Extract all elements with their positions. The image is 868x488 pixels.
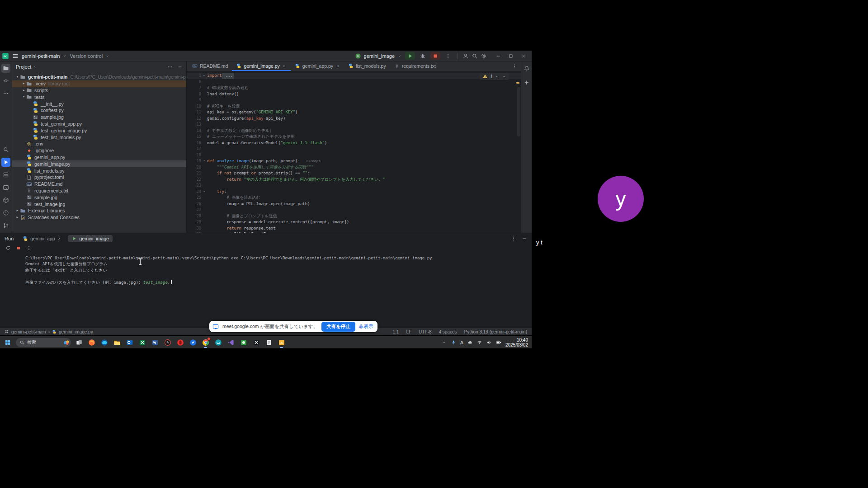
tree-item[interactable]: list_models.py: [12, 167, 186, 174]
tree-item[interactable]: requirements.txt: [12, 188, 186, 194]
close-tab-icon[interactable]: [57, 236, 61, 241]
more-icon[interactable]: [511, 236, 516, 241]
tree-item[interactable]: __init__.py: [12, 100, 186, 107]
x-app-taskbar-button[interactable]: [251, 338, 261, 347]
user-icon[interactable]: [462, 53, 469, 59]
tool-windows-icon[interactable]: [5, 329, 9, 334]
notepad-taskbar-button[interactable]: [264, 338, 274, 347]
cloud-icon[interactable]: [467, 340, 473, 345]
debug-button[interactable]: [418, 52, 428, 60]
code-line[interactable]: 9: [187, 97, 521, 103]
console-line[interactable]: [25, 273, 532, 279]
tool-strip-commit[interactable]: [1, 76, 10, 85]
green-app-taskbar-button[interactable]: [239, 338, 248, 347]
more-console-button[interactable]: [26, 245, 32, 252]
run-button[interactable]: [405, 52, 415, 60]
status-widget[interactable]: UTF-8: [419, 329, 431, 334]
tree-chevron-icon[interactable]: ▾: [21, 94, 26, 100]
code-line[interactable]: 20 """Gemini APIを使用して画像を分析する関数""": [187, 164, 521, 171]
tree-item[interactable]: ▸scripts: [12, 87, 186, 94]
tree-chevron-icon[interactable]: ▸: [21, 87, 26, 94]
console-line[interactable]: 終了するには 'exit' と入力してください: [25, 267, 532, 273]
start-button[interactable]: [3, 338, 13, 347]
edge-taskbar-button[interactable]: [99, 338, 109, 347]
status-widget[interactable]: Python 3.13 (gemini-petit-main): [464, 329, 527, 334]
project-name[interactable]: gemini-petit-main: [22, 53, 60, 59]
tree-chevron-icon[interactable]: ▾: [15, 74, 20, 80]
ime-indicator[interactable]: A: [460, 340, 463, 345]
minimize-icon[interactable]: [177, 64, 183, 70]
outlook-taskbar-button[interactable]: [125, 338, 134, 347]
code-line[interactable]: 21 if not prompt or prompt.strip() == ""…: [187, 170, 521, 177]
tree-item[interactable]: ▸External Libraries: [12, 207, 186, 214]
editor-tab-README.md[interactable]: README.md: [188, 61, 232, 71]
search-icon[interactable]: [472, 53, 478, 59]
tool-strip-problems[interactable]: [1, 208, 10, 217]
code-line[interactable]: 12genai.configure(api_key=api_key): [187, 116, 521, 122]
stop-button[interactable]: [430, 52, 440, 60]
tool-strip-packages[interactable]: [1, 196, 10, 205]
code-line[interactable]: 31 except FileNotFoundError:: [187, 231, 521, 233]
photos-taskbar-button[interactable]: [277, 338, 286, 347]
close-tab-icon[interactable]: [282, 64, 287, 68]
tree-item[interactable]: sample.jpg: [12, 194, 186, 201]
close-tab-icon[interactable]: [335, 64, 340, 68]
vcs-widget[interactable]: Version control: [70, 53, 110, 59]
tool-strip-project[interactable]: [1, 64, 10, 73]
code-line[interactable]: 24▾ try:: [187, 189, 521, 195]
breadcrumb-file[interactable]: gemini_image.py: [59, 329, 93, 334]
editor-tab-list_models.py[interactable]: list_models.py: [344, 61, 390, 71]
run-config-widget[interactable]: gemini_image: [355, 53, 402, 59]
run-console[interactable]: C:\Users\PC_User\Downloads\gemini-petit-…: [0, 253, 532, 328]
excel-taskbar-button[interactable]: [137, 338, 147, 347]
volume-icon[interactable]: [486, 340, 492, 345]
battery-icon[interactable]: [496, 340, 501, 345]
hide-banner-link[interactable]: 非表示: [359, 324, 373, 330]
opera-taskbar-button[interactable]: [175, 338, 185, 347]
tree-item[interactable]: test_image.jpg: [12, 201, 186, 207]
code-line[interactable]: 14# モデルの設定（画像対応モデル）: [187, 128, 521, 134]
tree-item[interactable]: pyproject.toml: [12, 174, 186, 181]
console-line[interactable]: 画像ファイルのパスを入力してください (例: image.jpg): test_…: [25, 280, 532, 286]
fold-marker-icon[interactable]: ▾: [201, 158, 207, 164]
project-panel-header[interactable]: Project: [12, 61, 186, 72]
tree-item[interactable]: .env: [12, 141, 186, 147]
tree-chevron-icon[interactable]: ▸: [21, 80, 26, 87]
tree-chevron-icon[interactable]: ▸: [15, 214, 20, 221]
teal-app-taskbar-button[interactable]: [213, 338, 223, 347]
code-line[interactable]: 22 return "空の入力は処理できません。何か質問やプロンプトを入力してく…: [187, 177, 521, 183]
code-line[interactable]: 26 image = PIL.Image.open(image_path): [187, 201, 521, 207]
code-line[interactable]: 10# APIキーを設定: [187, 103, 521, 110]
stop-sharing-button[interactable]: 共有を停止: [321, 322, 355, 332]
code-line[interactable]: 15# エラーメッセージで確認されたモデルを使用: [187, 134, 521, 140]
minimize-button[interactable]: [492, 51, 505, 61]
tool-strip-notifications[interactable]: [522, 64, 531, 73]
code-line[interactable]: 19▾def analyze_image(image_path, prompt)…: [187, 158, 521, 164]
code-line[interactable]: 7# 環境変数を読み込む: [187, 85, 521, 91]
run-tab-gemini_app[interactable]: gemini_app: [19, 235, 65, 242]
tree-item[interactable]: ▾tests: [12, 94, 186, 100]
tree-item[interactable]: gemini_image.py: [12, 160, 186, 167]
chevron-up-icon[interactable]: [441, 340, 447, 345]
code-line[interactable]: 30 return response.text: [187, 225, 521, 232]
task-view-taskbar-button[interactable]: [74, 338, 84, 347]
tree-chevron-icon[interactable]: ▸: [15, 207, 20, 214]
tree-item[interactable]: .gitignore: [12, 147, 186, 154]
status-widget[interactable]: 4 spaces: [439, 329, 457, 334]
editor-tab-requirements.txt[interactable]: requirements.txt: [390, 61, 440, 71]
minimize-icon[interactable]: [522, 236, 527, 241]
tree-item[interactable]: sample.jpg: [12, 114, 186, 121]
rerun-console-button[interactable]: [5, 245, 11, 252]
prev-problem-icon[interactable]: [495, 74, 500, 79]
menu-icon[interactable]: [12, 52, 19, 60]
tree-item[interactable]: test_gemini_image.py: [12, 127, 186, 134]
editor-tab-gemini_image.py[interactable]: gemini_image.py: [232, 61, 290, 71]
error-stripe-mark[interactable]: [516, 82, 519, 84]
tool-strip-ai[interactable]: [522, 78, 531, 87]
status-widget[interactable]: 1:1: [393, 329, 399, 334]
code-line[interactable]: 6: [187, 79, 521, 85]
tree-item[interactable]: ▸.venvlibrary root: [12, 80, 186, 87]
code-line[interactable]: 18: [187, 152, 521, 159]
taskbar-search[interactable]: 検索: [16, 338, 71, 347]
status-widget[interactable]: LF: [406, 329, 411, 334]
